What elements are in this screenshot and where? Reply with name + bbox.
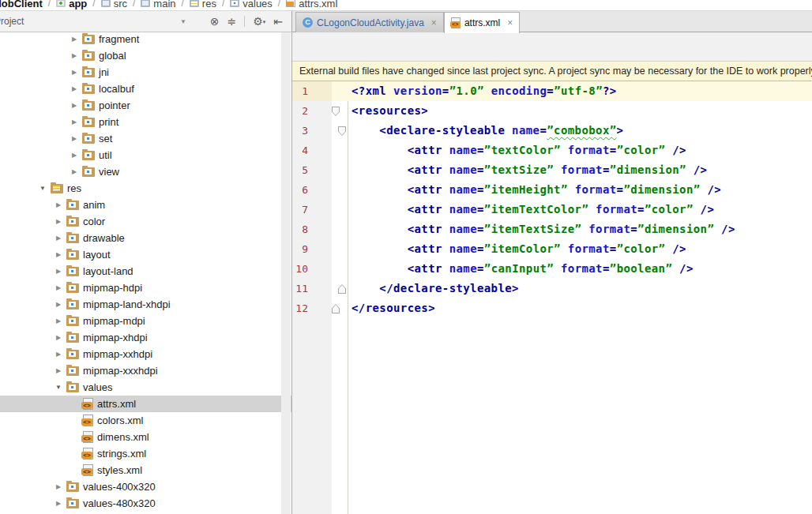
expand-arrow-icon[interactable]: ▶ bbox=[70, 152, 79, 159]
tree-row-pointer[interactable]: ▶pointer bbox=[0, 97, 291, 114]
expand-arrow-icon[interactable]: ▶ bbox=[70, 168, 79, 175]
folder-icon bbox=[82, 101, 95, 111]
expand-arrow-icon[interactable]: ▼ bbox=[54, 384, 63, 391]
code-line[interactable]: 7 <attr name=”itemTextColor” format=”col… bbox=[292, 200, 812, 219]
chevron-down-icon[interactable]: ▼ bbox=[180, 18, 186, 25]
code-line[interactable]: 12</resources> bbox=[292, 298, 812, 318]
tree-row-colors-xml[interactable]: colors.xml bbox=[0, 412, 291, 429]
tree-row-util[interactable]: ▶util bbox=[0, 147, 291, 163]
code-line[interactable]: 5 <attr name=”textSize” format=”dimensio… bbox=[292, 160, 812, 180]
breadcrumb-separator: / bbox=[48, 0, 51, 9]
expand-arrow-icon[interactable]: ▶ bbox=[54, 201, 63, 208]
expand-arrow-icon[interactable]: ▶ bbox=[70, 135, 79, 142]
expand-arrow-icon[interactable]: ▶ bbox=[54, 334, 63, 341]
expand-arrow-icon[interactable]: ▶ bbox=[54, 301, 63, 308]
expand-arrow-icon[interactable]: ▶ bbox=[54, 483, 63, 490]
expand-arrow-icon[interactable]: ▶ bbox=[54, 234, 63, 242]
breadcrumb-item-app[interactable]: app bbox=[56, 0, 87, 9]
folder-icon bbox=[66, 482, 79, 492]
tree-item-label: mipmap-xxhdpi bbox=[83, 348, 152, 360]
expand-arrow-icon[interactable]: ▶ bbox=[54, 218, 63, 225]
tree-row-localbuf[interactable]: ▶localbuf bbox=[0, 81, 291, 97]
hide-panel-icon[interactable]: ⇤ bbox=[273, 16, 283, 27]
expand-arrow-icon[interactable]: ▼ bbox=[38, 185, 47, 192]
tree-row-values-400x320[interactable]: ▶values-400x320 bbox=[0, 478, 291, 495]
project-tree-panel: ▶fragment▶global▶jni▶localbuf▶pointer▶pr… bbox=[0, 32, 291, 514]
tree-row-global[interactable]: ▶global bbox=[0, 47, 291, 64]
breadcrumb-item-mobclient[interactable]: MobClient bbox=[0, 0, 43, 9]
tab-clogoncloudactivity-java[interactable]: CCLogonCloudActivity.java× bbox=[295, 12, 444, 32]
expand-arrow-icon[interactable]: ▶ bbox=[54, 317, 63, 325]
expand-arrow-icon[interactable]: ▶ bbox=[54, 284, 63, 291]
tree-row-print[interactable]: ▶print bbox=[0, 114, 291, 130]
tree-row-view[interactable]: ▶view bbox=[0, 163, 291, 180]
code-fold-icon[interactable] bbox=[338, 284, 346, 294]
expand-arrow-icon[interactable]: ▶ bbox=[70, 102, 79, 109]
code-line[interactable]: 2<resources> bbox=[292, 101, 812, 121]
tree-item-label: jni bbox=[99, 66, 109, 78]
code-line[interactable]: 6 <attr name=”itemHeight” format=”dimens… bbox=[292, 180, 812, 200]
breadcrumb-item-src[interactable]: src bbox=[101, 0, 127, 9]
expand-arrow-icon[interactable]: ▶ bbox=[70, 85, 79, 92]
tree-row-fragment[interactable]: ▶fragment bbox=[0, 32, 291, 47]
code-line[interactable]: 4 <attr name=”textColor” format=”color” … bbox=[292, 141, 812, 160]
tree-row-res[interactable]: ▼res bbox=[0, 180, 291, 197]
tree-scrollbar[interactable] bbox=[281, 32, 291, 514]
code-fold-icon[interactable] bbox=[338, 126, 346, 136]
breadcrumb-separator: / bbox=[278, 0, 280, 9]
tree-row-mipmap-mdpi[interactable]: ▶mipmap-mdpi bbox=[0, 313, 291, 329]
breadcrumb-item-main[interactable]: main bbox=[141, 0, 175, 9]
tree-row-color[interactable]: ▶color bbox=[0, 213, 291, 230]
code-fold-icon[interactable] bbox=[332, 107, 340, 116]
tree-row-values-480x320[interactable]: ▶values-480x320 bbox=[0, 495, 291, 512]
code-text: <?xml version=”1.0” encoding=”utf-8”?> bbox=[351, 81, 617, 101]
expand-arrow-icon[interactable]: ▶ bbox=[54, 251, 63, 258]
tree-row-set[interactable]: ▶set bbox=[0, 130, 291, 147]
tab-attrs-xml[interactable]: attrs.xml× bbox=[444, 12, 520, 33]
code-editor[interactable]: 1<?xml version=”1.0” encoding=”utf-8”?>2… bbox=[292, 81, 812, 514]
settings-gear-icon[interactable]: ⚙▾ bbox=[253, 16, 265, 27]
collapse-all-icon[interactable]: ≑ bbox=[227, 16, 236, 27]
tree-row-layout[interactable]: ▶layout bbox=[0, 246, 291, 263]
close-icon[interactable]: × bbox=[431, 17, 437, 28]
tree-row-mipmap-hdpi[interactable]: ▶mipmap-hdpi bbox=[0, 280, 291, 296]
code-text: <attr name=”textColor” format=”color” /> bbox=[351, 141, 686, 160]
tree-row-jni[interactable]: ▶jni bbox=[0, 64, 291, 81]
tree-row-values[interactable]: ▼values bbox=[0, 379, 291, 396]
tree-row-attrs-xml[interactable]: attrs.xml bbox=[0, 396, 291, 412]
folder-icon bbox=[66, 383, 79, 392]
tree-row-mipmap-xxxhdpi[interactable]: ▶mipmap-xxxhdpi bbox=[0, 362, 291, 379]
tree-row-strings-xml[interactable]: strings.xml bbox=[0, 445, 291, 462]
breadcrumb-item-res[interactable]: res bbox=[190, 0, 216, 9]
code-line[interactable]: 11 </declare-styleable> bbox=[292, 279, 812, 298]
expand-arrow-icon[interactable]: ▶ bbox=[70, 69, 79, 76]
code-fold-icon[interactable] bbox=[332, 304, 340, 313]
tree-item-label: util bbox=[99, 149, 112, 161]
tree-row-layout-land[interactable]: ▶layout-land bbox=[0, 263, 291, 280]
code-line[interactable]: 10 <attr name=”canInput” format=”boolean… bbox=[292, 259, 812, 279]
code-line[interactable]: 8 <attr name=”itemTextSize” format=”dime… bbox=[292, 219, 812, 239]
code-line[interactable]: 3 <declare-styleable name=”combobox”> bbox=[292, 121, 812, 141]
expand-arrow-icon[interactable]: ▶ bbox=[70, 118, 79, 126]
code-line[interactable]: 1<?xml version=”1.0” encoding=”utf-8”?> bbox=[292, 81, 812, 101]
folder-icon bbox=[66, 300, 79, 310]
expand-arrow-icon[interactable]: ▶ bbox=[70, 52, 79, 59]
breadcrumb-label: app bbox=[69, 0, 87, 9]
expand-arrow-icon[interactable]: ▶ bbox=[54, 500, 63, 507]
tree-row-mipmap-land-xhdpi[interactable]: ▶mipmap-land-xhdpi bbox=[0, 296, 291, 313]
expand-arrow-icon[interactable]: ▶ bbox=[54, 367, 63, 374]
locate-icon[interactable]: ⊗ bbox=[210, 16, 220, 27]
expand-arrow-icon[interactable]: ▶ bbox=[54, 351, 63, 358]
breadcrumb-item-attrs-xml[interactable]: attrs.xml bbox=[286, 0, 337, 9]
expand-arrow-icon[interactable]: ▶ bbox=[70, 36, 79, 43]
tree-row-mipmap-xhdpi[interactable]: ▶mipmap-xhdpi bbox=[0, 329, 291, 346]
breadcrumb-item-values[interactable]: values bbox=[230, 0, 273, 9]
tree-row-anim[interactable]: ▶anim bbox=[0, 197, 291, 213]
tree-row-mipmap-xxhdpi[interactable]: ▶mipmap-xxhdpi bbox=[0, 346, 291, 362]
code-line[interactable]: 9 <attr name=”itemColor” format=”color” … bbox=[292, 239, 812, 259]
close-icon[interactable]: × bbox=[507, 17, 513, 28]
tree-row-dimens-xml[interactable]: dimens.xml bbox=[0, 429, 291, 445]
tree-row-styles-xml[interactable]: styles.xml bbox=[0, 462, 291, 478]
tree-row-drawable[interactable]: ▶drawable bbox=[0, 230, 291, 246]
expand-arrow-icon[interactable]: ▶ bbox=[54, 268, 63, 275]
